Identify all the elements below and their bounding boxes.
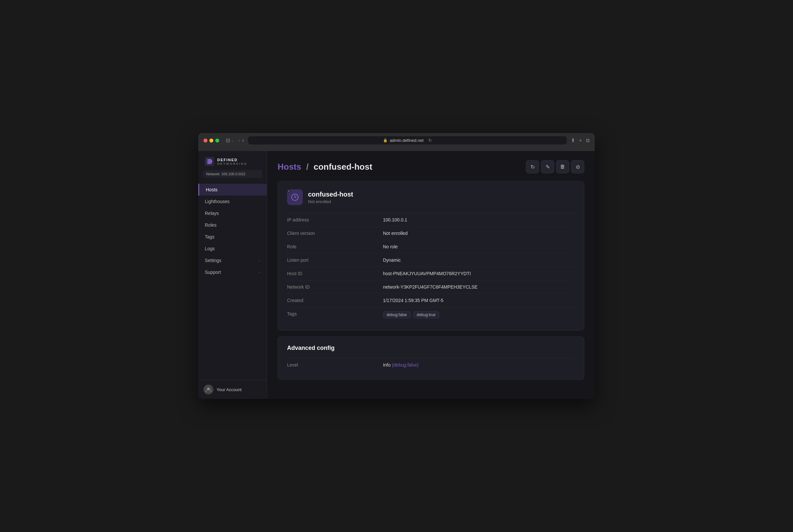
forward-arrow[interactable]: › [242,137,244,144]
level-label: Level [287,358,383,372]
traffic-lights [204,138,219,142]
role-label: Role [287,240,383,253]
sidebar-footer-account[interactable]: Your Account [198,380,267,399]
sidebar-item-logs[interactable]: Logs [198,243,267,254]
host-name: confused-host [308,191,353,198]
host-header: confused-host Not enrolled [287,189,575,205]
created-label: Created [287,294,383,307]
sidebar-item-support[interactable]: Support ‹ [198,266,267,278]
share-icon[interactable]: ⬆ [571,137,575,144]
settings-chevron: ‹ [259,259,260,262]
sidebar-item-roles[interactable]: Roles [198,219,267,231]
edit-button[interactable]: ✎ [541,160,554,173]
breadcrumb-parent[interactable]: Hosts [278,162,301,172]
sidebar-item-settings[interactable]: Settings ‹ [198,254,267,266]
sidebar-logo: DEFINED NETWORKING [198,151,267,170]
block-button[interactable]: ⊘ [571,160,584,173]
created-value: 1/17/2024 1:59:35 PM GMT-5 [383,294,575,307]
url-text: admin.defined.net [390,138,423,143]
advanced-config-grid: Level Info (debug:false) [287,358,575,372]
host-id-value: host-PNEAKJYUUAVPMP4MO76R2YYDTI [383,267,575,280]
network-id-value: network-Y3KP2FU4GF7C6F4MPEH3EYCLSE [383,280,575,294]
sidebar-item-lighthouses[interactable]: Lighthouses [198,195,267,207]
svg-rect-1 [207,159,208,164]
defined-logo-icon [205,157,214,166]
breadcrumb-current: confused-host [314,162,372,172]
network-badge: Network: 100.100.0.0/22 [203,170,262,178]
nav-arrows: ‹ › [238,137,244,144]
breadcrumb: Hosts / confused-host [278,162,372,172]
host-info-card: confused-host Not enrolled IP address 10… [278,181,584,330]
sidebar: DEFINED NETWORKING Network: 100.100.0.0/… [198,151,267,399]
sidebar-toggle[interactable]: ⊟ ⌄ [226,137,234,144]
reload-icon[interactable]: ↻ [428,138,432,143]
tags-value: debug:false debug:true [383,307,575,322]
close-button[interactable] [204,138,207,142]
sidebar-nav: Hosts Lighthouses Relays Roles Tags Logs [198,183,267,380]
host-icon-wrap [287,189,303,205]
block-icon: ⊘ [576,164,580,170]
ip-address-value: 100.100.0.1 [383,213,575,227]
breadcrumb-separator: / [306,162,308,172]
back-arrow[interactable]: ‹ [238,137,240,144]
level-value: Info (debug:false) [383,358,575,372]
host-info-grid: IP address 100.100.0.1 Client version No… [287,213,575,322]
refresh-button[interactable]: ↻ [526,160,539,173]
address-bar[interactable]: 🔒 admin.defined.net ↻ [248,136,567,145]
trash-icon: 🗑 [560,164,565,170]
level-debug-link[interactable]: (debug:false) [392,362,419,367]
listen-port-label: Listen port [287,253,383,267]
level-prefix: Info [383,362,392,367]
main-content: Hosts / confused-host ↻ ✎ 🗑 ⊘ [267,151,595,399]
client-version-value: Not enrolled [383,227,575,240]
tag-debug-true[interactable]: debug:true [413,311,439,318]
advanced-config-card: Advanced config Level Info (debug:false) [278,337,584,380]
browser-chrome: ⊟ ⌄ ‹ › 🔒 admin.defined.net ↻ ⬆ + ⧉ [198,133,595,151]
delete-button[interactable]: 🗑 [556,160,569,173]
browser-actions: ⬆ + ⧉ [571,137,589,144]
logo-text: DEFINED NETWORKING [217,157,247,166]
avatar [204,385,213,394]
maximize-button[interactable] [215,138,219,142]
sidebar-item-relays[interactable]: Relays [198,207,267,219]
lock-icon: 🔒 [383,138,388,142]
role-value: No role [383,240,575,253]
sidebar-item-hosts[interactable]: Hosts [198,184,267,195]
toolbar-actions: ↻ ✎ 🗑 ⊘ [526,160,584,173]
page-header: Hosts / confused-host ↻ ✎ 🗑 ⊘ [278,160,584,173]
listen-port-value: Dynamic [383,253,575,267]
tag-debug-false[interactable]: debug:false [383,311,411,318]
host-enrollment-status: Not enrolled [308,199,353,204]
network-id-label: Network ID [287,280,383,294]
refresh-icon: ↻ [530,164,535,170]
host-title-group: confused-host Not enrolled [308,191,353,204]
new-tab-icon[interactable]: + [579,138,582,144]
support-chevron: ‹ [259,270,260,274]
advanced-config-title: Advanced config [287,345,575,352]
tab-overview-icon[interactable]: ⧉ [586,138,589,144]
your-account-label: Your Account [216,387,242,392]
minimize-button[interactable] [209,138,213,142]
client-version-label: Client version [287,227,383,240]
edit-icon: ✎ [546,164,550,170]
host-id-label: Host ID [287,267,383,280]
ip-address-label: IP address [287,213,383,227]
app-container: DEFINED NETWORKING Network: 100.100.0.0/… [198,151,595,399]
sidebar-item-tags[interactable]: Tags [198,231,267,243]
tags-label: Tags [287,307,383,322]
host-status-dot [287,189,290,193]
